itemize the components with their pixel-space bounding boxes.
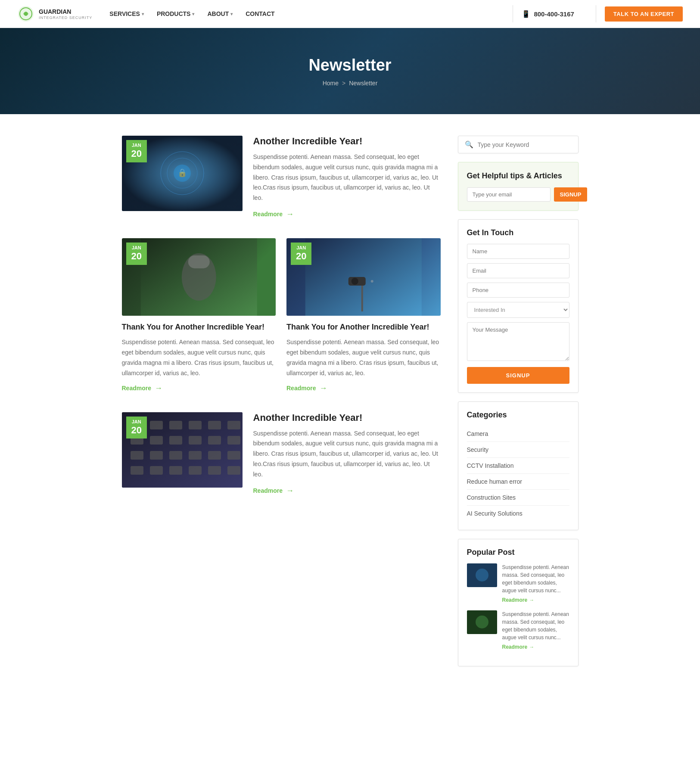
svg-rect-40: [227, 466, 240, 475]
contact-email-input[interactable]: [467, 263, 569, 278]
arrow-right-icon: →: [319, 384, 327, 393]
article-4: JAN 20: [122, 412, 441, 495]
category-item-ai-security[interactable]: AI Security Solutions: [467, 506, 569, 521]
svg-rect-18: [150, 421, 163, 429]
svg-rect-33: [208, 451, 221, 460]
svg-rect-24: [150, 436, 163, 445]
popular-title: Popular Post: [467, 548, 569, 557]
article-1: JAN 20: [122, 136, 441, 219]
content-area: JAN 20: [122, 136, 441, 675]
contact-interested-select[interactable]: Interested In Security Reduce human erro…: [467, 302, 569, 318]
popular-2-thumbnail: [467, 610, 497, 634]
category-item-reduce-error[interactable]: Reduce human error: [467, 474, 569, 490]
article-3-text: Suspendisse potenti. Aenean massa. Sed c…: [286, 337, 441, 378]
date-badge-3: JAN 20: [291, 243, 311, 265]
article-4-image: JAN 20: [122, 412, 243, 488]
svg-rect-21: [208, 421, 221, 429]
contact-phone-input[interactable]: [467, 283, 569, 298]
svg-point-14: [352, 278, 358, 285]
category-item-cctv[interactable]: CCTV Installation: [467, 458, 569, 474]
phone-number: 800-400-3167: [534, 10, 574, 18]
svg-rect-36: [150, 466, 163, 475]
svg-text:🔒: 🔒: [177, 168, 187, 177]
tips-title: Get Helpful tips & Articles: [467, 171, 569, 181]
svg-point-15: [371, 280, 373, 283]
svg-rect-30: [150, 451, 163, 460]
svg-rect-25: [169, 436, 182, 445]
chevron-down-icon: ▾: [230, 12, 233, 16]
phone-icon: 📱: [522, 10, 530, 18]
search-icon: 🔍: [465, 140, 473, 149]
arrow-right-icon: →: [155, 384, 162, 393]
logo-subtitle: INTEGRATED SECURITY: [39, 16, 92, 20]
category-item-construction[interactable]: Construction Sites: [467, 490, 569, 506]
talk-to-expert-button[interactable]: TALK TO AN EXPERT: [605, 6, 683, 22]
contact-signup-button[interactable]: SIGNUP: [467, 367, 569, 384]
categories-card: Categories Camera Security CCTV Installa…: [458, 401, 579, 530]
sidebar: 🔍 Get Helpful tips & Articles SIGNUP Get…: [458, 136, 579, 675]
contact-title: Get In Touch: [467, 228, 569, 237]
svg-rect-29: [131, 451, 143, 460]
category-item-camera[interactable]: Camera: [467, 426, 569, 442]
nav-services[interactable]: SERVICES ▾: [109, 10, 144, 17]
popular-item-1: Suspendisse potenti. Aenean massa. Sed c…: [467, 563, 569, 604]
contact-message-input[interactable]: [467, 322, 569, 361]
popular-item-2: Suspendisse potenti. Aenean massa. Sed c…: [467, 610, 569, 651]
svg-rect-31: [169, 451, 182, 460]
article-2-title: Thank You for Another Incredible Year!: [122, 322, 276, 332]
logo-icon: [17, 5, 34, 22]
nav-divider: [513, 5, 513, 22]
tips-signup-button[interactable]: SIGNUP: [554, 187, 588, 202]
main-nav: SERVICES ▾ PRODUCTS ▾ ABOUT ▾ CONTACT: [109, 10, 504, 17]
arrow-right-icon: →: [286, 486, 294, 495]
article-3-image: JAN 20: [286, 238, 441, 316]
contact-name-input[interactable]: [467, 244, 569, 259]
chevron-down-icon: ▾: [192, 12, 194, 16]
article-1-image: JAN 20: [122, 136, 243, 211]
hero-content: Newsletter Home > Newsletter: [308, 56, 391, 87]
nav-products[interactable]: PRODUCTS ▾: [157, 10, 195, 17]
svg-rect-22: [227, 421, 240, 429]
article-1-text: Suspendisse potenti. Aenean massa. Sed c…: [253, 152, 441, 203]
svg-rect-20: [189, 421, 202, 429]
svg-rect-34: [227, 451, 240, 460]
svg-rect-28: [227, 436, 240, 445]
svg-rect-35: [131, 466, 143, 475]
search-input[interactable]: [478, 141, 572, 148]
article-4-text: Suspendisse potenti. Aenean massa. Sed c…: [253, 429, 441, 480]
svg-rect-27: [208, 436, 221, 445]
popular-2-readmore[interactable]: Readmore →: [502, 643, 569, 651]
article-3-title: Thank You for Another Incredible Year!: [286, 322, 441, 332]
nav-divider-2: [596, 5, 596, 22]
hero-section: Newsletter Home > Newsletter: [0, 28, 700, 114]
article-3-readmore[interactable]: Readmore →: [286, 384, 441, 393]
svg-rect-19: [169, 421, 182, 429]
svg-point-42: [476, 569, 488, 582]
chevron-down-icon: ▾: [142, 12, 144, 16]
article-1-body: Another Incredible Year! Suspendisse pot…: [253, 136, 441, 219]
svg-rect-37: [169, 466, 182, 475]
svg-rect-39: [208, 466, 221, 475]
page-title: Newsletter: [308, 56, 391, 75]
svg-point-44: [476, 616, 488, 628]
popular-1-readmore[interactable]: Readmore →: [502, 596, 569, 604]
categories-title: Categories: [467, 410, 569, 420]
popular-1-text: Suspendisse potenti. Aenean massa. Sed c…: [502, 563, 569, 604]
category-item-security[interactable]: Security: [467, 442, 569, 458]
nav-contact[interactable]: CONTACT: [246, 10, 274, 17]
article-2-image: JAN 20: [122, 238, 276, 316]
popular-2-text: Suspendisse potenti. Aenean massa. Sed c…: [502, 610, 569, 651]
logo[interactable]: GUARDIAN INTEGRATED SECURITY: [17, 5, 92, 22]
article-3: JAN 20: [286, 238, 441, 393]
svg-rect-32: [189, 451, 202, 460]
nav-about[interactable]: ABOUT ▾: [207, 10, 233, 17]
article-4-readmore[interactable]: Readmore →: [253, 486, 441, 495]
tips-email-input[interactable]: [467, 187, 551, 202]
article-2-readmore[interactable]: Readmore →: [122, 384, 276, 393]
article-1-readmore[interactable]: Readmore →: [253, 210, 441, 219]
tips-card: Get Helpful tips & Articles SIGNUP: [458, 162, 579, 211]
breadcrumb: Home > Newsletter: [308, 80, 391, 87]
article-4-title: Another Incredible Year!: [253, 412, 441, 423]
contact-card: Get In Touch Interested In Security Redu…: [458, 219, 579, 393]
breadcrumb-home[interactable]: Home: [323, 80, 339, 87]
